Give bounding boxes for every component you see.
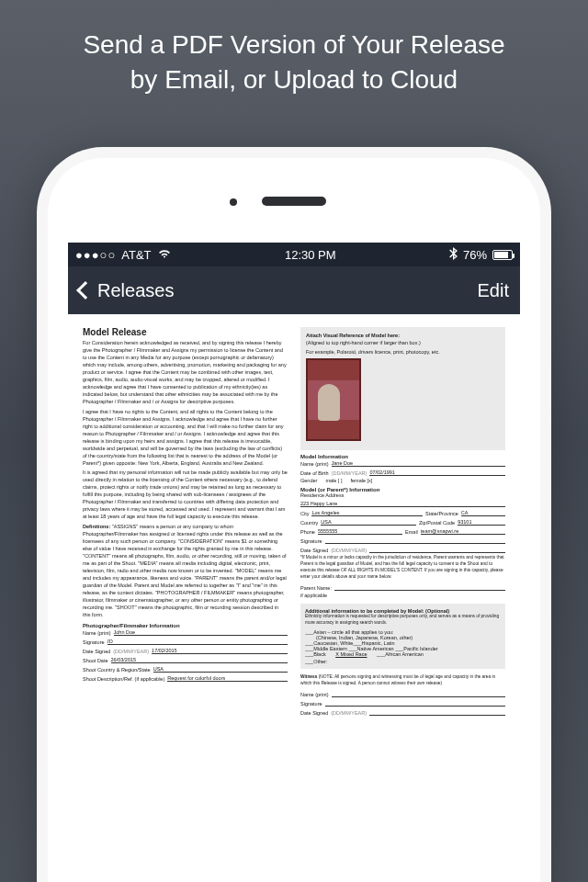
wifi-icon	[157, 247, 172, 262]
shoot-date-row: Shoot Date 26/03/2015	[83, 656, 288, 663]
doc-para-3: It is agreed that my personal informatio…	[83, 469, 288, 521]
optional-box: Additional information to be completed b…	[300, 604, 505, 669]
attach-box: Attach Visual Reference of Model here: (…	[300, 327, 505, 450]
photog-date-row: Date Signed (DD/MM/YEAR) 17/02/2015	[83, 647, 288, 654]
edit-button[interactable]: Edit	[478, 280, 509, 301]
doc-title: Model Release	[83, 327, 288, 337]
time-label: 12:30 PM	[285, 248, 336, 262]
shoot-desc-row: Shoot Description/Ref. (if applicable) R…	[83, 674, 288, 682]
parent-note: *If Model is a minor or lacks capacity i…	[300, 555, 505, 581]
model-photo-thumb	[306, 358, 361, 441]
back-label: Releases	[97, 280, 174, 301]
battery-icon	[492, 250, 513, 260]
doc-right-column: Attach Visual Reference of Model here: (…	[300, 327, 505, 882]
device-frame: ●●●○○ AT&T 12:30 PM 76%	[37, 147, 551, 882]
camera-dot	[230, 198, 237, 206]
doc-para-1: For Consideration herein acknowledged as…	[83, 340, 288, 406]
device-inner: ●●●○○ AT&T 12:30 PM 76%	[48, 158, 540, 882]
promo-line2: by Email, or Upload to Cloud	[37, 62, 551, 97]
nav-bar: Releases Edit	[68, 266, 520, 314]
promo-headline: Send a PDF Version of Your Release by Em…	[0, 0, 588, 116]
witness-note: Witness (NOTE: All persons signing and w…	[300, 674, 505, 687]
document-preview[interactable]: Model Release For Consideration herein a…	[68, 314, 520, 882]
back-button[interactable]: Releases	[79, 280, 174, 301]
photog-sig-row: Signature JD	[83, 638, 288, 645]
signal-icon: ●●●○○	[75, 248, 116, 262]
screen: ●●●○○ AT&T 12:30 PM 76%	[68, 243, 520, 882]
shoot-country-row: Shoot Country & Region/State USA	[83, 665, 288, 673]
carrier-label: AT&T	[121, 248, 151, 262]
doc-para-2: I agree that I have no rights to the Con…	[83, 409, 288, 468]
battery-label: 76%	[463, 248, 487, 262]
doc-definitions: Definitions: "ASSIGNS" means a person or…	[83, 524, 288, 619]
chevron-left-icon	[76, 281, 95, 300]
doc-left-column: Model Release For Consideration herein a…	[83, 327, 288, 882]
photog-name-row: Name (print) John Doe	[83, 628, 288, 636]
speaker-slot	[262, 197, 326, 206]
bluetooth-icon	[449, 247, 458, 263]
status-bar: ●●●○○ AT&T 12:30 PM 76%	[68, 243, 520, 266]
promo-line1: Send a PDF Version of Your Release	[37, 28, 551, 62]
